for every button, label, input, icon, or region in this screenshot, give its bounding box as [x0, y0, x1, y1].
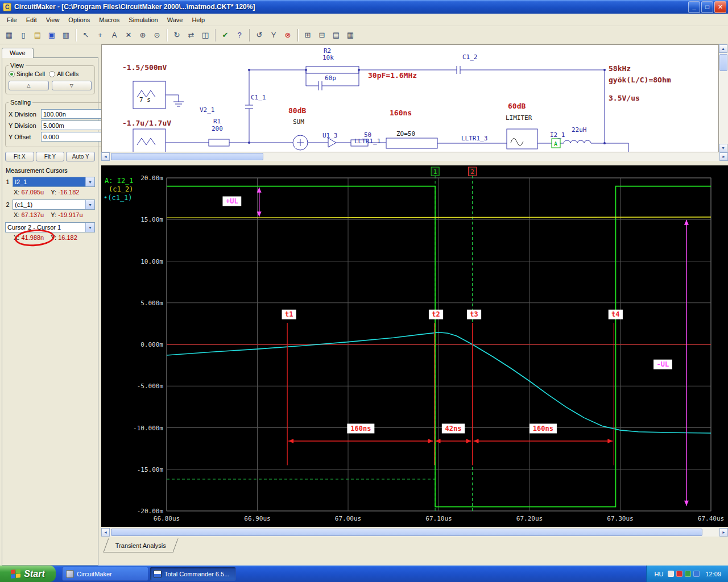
- rotate-button[interactable]: ↻: [170, 28, 184, 42]
- auto-y-button[interactable]: Auto Y: [66, 152, 95, 161]
- svg-text:-5.000m: -5.000m: [137, 383, 164, 390]
- tray-network-icon[interactable]: [693, 571, 700, 577]
- scope-window-button-1[interactable]: ⊞: [301, 28, 315, 42]
- schematic-vertical-scrollbar[interactable]: ▲ ▼: [719, 44, 728, 152]
- tray-antivirus-icon[interactable]: [676, 571, 682, 577]
- taskbar-button-circuitmaker[interactable]: CircuitMaker: [62, 567, 148, 581]
- maximize-button[interactable]: □: [701, 1, 713, 13]
- scroll-left-icon[interactable]: ◄: [101, 152, 110, 161]
- menu-wave[interactable]: Wave: [163, 15, 188, 25]
- scroll-down-icon[interactable]: ▼: [719, 144, 727, 152]
- cursor1-combo-arrow-icon[interactable]: ▼: [85, 177, 94, 186]
- scope-window-button-2[interactable]: ⊟: [315, 28, 329, 42]
- taskbar-clock[interactable]: 12:09: [705, 571, 721, 577]
- stop-button[interactable]: ⊗: [281, 28, 295, 42]
- svg-text:67.20us: 67.20us: [516, 515, 543, 522]
- tab-transient-analysis[interactable]: Transient Analysis: [103, 538, 178, 552]
- menu-options[interactable]: Options: [64, 15, 94, 25]
- svg-text:+UL: +UL: [226, 197, 238, 205]
- svg-text:A: I2_1: A: I2_1: [105, 177, 134, 185]
- menu-simulation[interactable]: Simulation: [124, 15, 162, 25]
- tray-messenger-icon[interactable]: [685, 571, 691, 577]
- tab-wave[interactable]: Wave: [2, 48, 34, 58]
- new-file-button[interactable]: ▯: [16, 28, 30, 42]
- tray-volume-icon[interactable]: [668, 571, 674, 577]
- minimize-button[interactable]: _: [688, 1, 700, 13]
- svg-text:•(c1_1): •(c1_1): [104, 194, 133, 202]
- fit-x-button[interactable]: Fit X: [5, 152, 34, 161]
- cursor2-combo-arrow-icon[interactable]: ▼: [85, 200, 94, 209]
- schematic-label-limiter: LIMITER: [506, 114, 532, 122]
- menu-macros[interactable]: Macros: [94, 15, 124, 25]
- schematic-canvas[interactable]: A -1.5/500mV7 s-1.7u/1.7uVV2_1R1200C1_1R…: [101, 44, 719, 152]
- zoom-in-button[interactable]: ⊕: [136, 28, 150, 42]
- wave-panel-page: View Single Cell All Cells △ ▽: [2, 57, 98, 566]
- close-button[interactable]: ✕: [714, 1, 726, 13]
- svg-text:67.00us: 67.00us: [335, 515, 361, 522]
- language-indicator[interactable]: HU: [653, 571, 665, 577]
- radio-single-cell[interactable]: Single Cell: [9, 70, 45, 77]
- cursor-delta-select[interactable]: Cursor 2 - Cursor 1 ▼: [5, 222, 95, 232]
- scope-window-button-3[interactable]: ▤: [329, 28, 343, 42]
- svg-text:-15.00m: -15.00m: [137, 466, 164, 473]
- waveform-canvas[interactable]: 66.80us66.90us67.00us67.10us67.20us67.30…: [101, 165, 728, 527]
- menu-help[interactable]: Help: [187, 15, 209, 25]
- svg-text:t2: t2: [432, 310, 440, 318]
- schematic-vscroll-track[interactable]: [719, 53, 728, 144]
- svg-text:67.40us: 67.40us: [698, 515, 724, 522]
- waveform-plot[interactable]: 66.80us66.90us67.00us67.10us67.20us67.30…: [101, 165, 728, 527]
- svg-text:15.00m: 15.00m: [140, 216, 163, 223]
- scroll-right-icon[interactable]: ►: [719, 152, 728, 161]
- previous-cell-button[interactable]: △: [9, 81, 49, 90]
- mirror-button[interactable]: ⇄: [184, 28, 198, 42]
- svg-text:20.00m: 20.00m: [140, 174, 163, 182]
- taskbar-button-total-commander[interactable]: Total Commander 6.5...: [150, 567, 236, 581]
- next-cell-button[interactable]: ▽: [52, 81, 92, 90]
- scope-window-button-4[interactable]: ▦: [344, 28, 357, 42]
- schematic-horizontal-scrollbar[interactable]: ◄ ►: [101, 152, 728, 161]
- plot-hscroll-track[interactable]: [110, 528, 719, 537]
- fit-y-button[interactable]: Fit Y: [36, 152, 65, 161]
- text-tool-button[interactable]: A: [107, 28, 121, 42]
- scroll-up-icon[interactable]: ▲: [719, 44, 727, 53]
- svg-text:160ns: 160ns: [533, 425, 553, 433]
- radio-single-cell-dot: [9, 71, 15, 77]
- probe-button[interactable]: Y: [267, 28, 280, 42]
- simulation-setup-button[interactable]: ✔: [218, 28, 232, 42]
- plot-horizontal-scrollbar[interactable]: ◄ ►: [101, 528, 728, 537]
- cursor-delta-value: Cursor 2 - Cursor 1: [6, 223, 85, 232]
- print-button[interactable]: ▥: [59, 28, 73, 42]
- wire-tool-button[interactable]: +: [93, 28, 107, 42]
- zoom-out-button[interactable]: ⊙: [150, 28, 164, 42]
- schematic-hscroll-thumb[interactable]: [111, 153, 263, 160]
- schematic-label-c1-2: C1_2: [462, 53, 478, 61]
- document-area: A -1.5/500mV7 s-1.7u/1.7uVV2_1R1200C1_1R…: [100, 44, 728, 566]
- part-browser-button[interactable]: ▦: [2, 28, 16, 42]
- svg-text:-20.00m: -20.00m: [137, 508, 164, 515]
- radio-all-cells[interactable]: All Cells: [49, 70, 78, 77]
- cursor2-signal-select[interactable]: (c1_1) ▼: [13, 199, 95, 210]
- schematic-label-r1: R1: [213, 118, 221, 125]
- delete-tool-button[interactable]: ✕: [122, 28, 135, 42]
- schematic-hscroll-track[interactable]: [110, 152, 719, 161]
- start-button[interactable]: Start: [0, 566, 56, 582]
- plot-scroll-left-icon[interactable]: ◄: [101, 528, 110, 537]
- split-window-button[interactable]: ◫: [198, 28, 212, 42]
- menu-view[interactable]: View: [42, 15, 64, 25]
- save-file-button[interactable]: ▣: [45, 28, 59, 42]
- cursor1-signal-select[interactable]: I2_1 ▼: [13, 177, 95, 187]
- plot-scroll-right-icon[interactable]: ►: [719, 528, 728, 537]
- reset-button[interactable]: ↺: [253, 28, 266, 42]
- plot-hscroll-thumb[interactable]: [111, 529, 702, 536]
- menu-file[interactable]: File: [2, 15, 22, 25]
- schematic-vscroll-thumb[interactable]: [719, 54, 727, 71]
- svg-text:67.10us: 67.10us: [425, 515, 452, 522]
- toolbar-separator: [215, 29, 216, 41]
- help-button[interactable]: ?: [233, 28, 246, 42]
- menu-edit[interactable]: Edit: [22, 15, 42, 25]
- arrow-tool-button[interactable]: ↖: [79, 28, 93, 42]
- schematic-label-lltr1-1: LLTR1_1: [354, 138, 380, 145]
- cursor-delta-combo-arrow-icon[interactable]: ▼: [85, 223, 94, 232]
- schematic-label-i2-1: I2_1: [550, 131, 565, 139]
- open-file-button[interactable]: ▤: [31, 28, 44, 42]
